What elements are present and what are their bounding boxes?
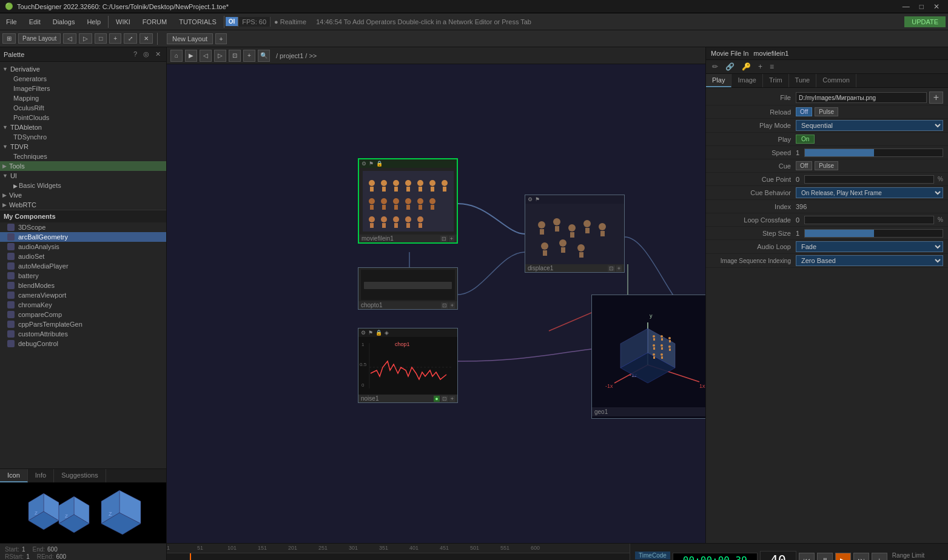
pane-layout-button[interactable]: Pane Layout	[18, 33, 61, 44]
palette-tab-suggestions[interactable]: Suggestions	[54, 469, 106, 482]
transport-plus[interactable]: +	[872, 553, 887, 561]
minimize-button[interactable]: —	[899, 2, 913, 11]
timeline-ruler[interactable]: 1 51 101 151 201 251 301 351 401 451 501…	[167, 544, 630, 560]
prop-cue-off-button[interactable]: Off	[796, 161, 812, 170]
net-btn-home[interactable]: ⌂	[170, 50, 183, 62]
palette-comp-arcballgeometry[interactable]: arcBallGeometry	[0, 232, 166, 242]
palette-search-button[interactable]: ◎	[141, 50, 151, 59]
transport-skip-fwd[interactable]: ⏭	[853, 553, 869, 561]
tree-child-pointclouds[interactable]: PointClouds	[10, 113, 166, 122]
palette-tab-info[interactable]: Info	[28, 469, 54, 482]
node-noise-active[interactable]: ●	[434, 396, 439, 402]
timecode-label[interactable]: TimeCode	[635, 552, 670, 559]
net-btn-fit[interactable]: ⊡	[229, 50, 241, 62]
update-button[interactable]: UPDATE	[904, 16, 946, 27]
palette-comp-blendmodes[interactable]: blendModes	[0, 281, 166, 290]
toolbar-icon-4[interactable]: □	[95, 33, 107, 44]
menu-file[interactable]: File	[0, 16, 23, 28]
timeline-playbar[interactable]	[167, 553, 630, 560]
tree-item-derivative[interactable]: ▼ Derivative	[0, 64, 166, 74]
node-displace-settings-icon[interactable]: ⚙	[528, 196, 533, 202]
new-layout-button[interactable]: New Layout	[167, 33, 213, 44]
close-button[interactable]: ✕	[930, 2, 943, 11]
prop-speed-slider[interactable]	[804, 148, 943, 157]
props-tab-common[interactable]: Common	[816, 74, 856, 87]
node-displace-flag-icon[interactable]: ⚑	[535, 196, 540, 202]
node-noise-expand[interactable]: ⊡	[441, 396, 448, 402]
palette-comp-cameraviewport[interactable]: cameraViewport	[0, 290, 166, 300]
node-settings-icon[interactable]: ⚙	[361, 161, 366, 167]
tree-child-imagefilters[interactable]: ImageFilters	[10, 84, 166, 93]
toolbar-icon-5[interactable]: +	[109, 33, 121, 44]
palette-tab-icon[interactable]: Icon	[0, 469, 28, 482]
breadcrumb[interactable]: / project1 / >>	[272, 52, 320, 59]
palette-close-button[interactable]: ✕	[153, 50, 163, 59]
prop-dropdown-audioloop[interactable]: Fade Loop Off	[796, 241, 943, 252]
network-editor[interactable]: ⌂ ▶ ◁ ▷ ⊡ + 🔍 / project1 / >>	[167, 47, 705, 543]
palette-comp-audioanalysis[interactable]: audioAnalysis	[0, 242, 166, 252]
props-tab-trim[interactable]: Trim	[763, 74, 789, 87]
node-expand-icon[interactable]: ⊡	[440, 236, 448, 242]
node-lock-icon[interactable]: 🔒	[376, 161, 383, 167]
menu-edit[interactable]: Edit	[23, 16, 47, 28]
tree-item-vive[interactable]: ▶ Vive	[0, 190, 166, 200]
palette-comp-3dscope[interactable]: 3DScope	[0, 222, 166, 232]
node-noise1[interactable]: ⚙ ⚑ 🔒 ◈ 1 0.5 0 chop1	[358, 328, 458, 403]
network-canvas[interactable]: ⚙ ⚑ 🔒	[167, 64, 705, 543]
toolbar-icon-1[interactable]: ⊞	[2, 33, 16, 44]
node-noise-extra-icon[interactable]: ◈	[385, 330, 389, 336]
titlebar-controls[interactable]: — □ ✕	[899, 2, 943, 11]
props-menu-icon[interactable]: ≡	[767, 62, 776, 72]
tree-child-generators[interactable]: Generators	[10, 74, 166, 84]
menu-dialogs[interactable]: Dialogs	[47, 16, 81, 28]
prop-cue-pulse-button[interactable]: Pulse	[815, 161, 838, 170]
prop-reload-pulse-button[interactable]: Pulse	[815, 107, 838, 116]
node-displace1[interactable]: ⚙ ⚑	[525, 195, 625, 273]
node-noise-add[interactable]: +	[449, 396, 455, 402]
node-noise-lock-icon[interactable]: 🔒	[375, 330, 382, 336]
prop-input-file[interactable]	[796, 92, 927, 103]
node-chop-add[interactable]: +	[449, 302, 455, 308]
net-btn-search[interactable]: 🔍	[258, 50, 270, 62]
toolbar-icon-6[interactable]: ⤢	[124, 33, 137, 44]
transport-play[interactable]: ▶	[835, 553, 851, 561]
node-moviefilein1[interactable]: ⚙ ⚑ 🔒	[358, 158, 458, 244]
node-add-icon[interactable]: +	[449, 236, 454, 242]
toolbar-icon-3[interactable]: ▷	[79, 33, 92, 44]
toolbar-icon-7[interactable]: ✕	[140, 33, 153, 44]
props-pencil-icon[interactable]: ✏	[710, 62, 721, 72]
menu-help[interactable]: Help	[81, 16, 107, 28]
prop-loopcrossfade-slider[interactable]	[804, 216, 934, 224]
prop-stepsize-slider[interactable]	[804, 229, 943, 238]
add-layout-button[interactable]: +	[215, 33, 226, 44]
tree-child-oculusrift[interactable]: OculusRift	[10, 103, 166, 113]
palette-comp-battery[interactable]: battery	[0, 271, 166, 281]
prop-play-on-button[interactable]: On	[796, 135, 815, 144]
transport-skip-back[interactable]: ⏮	[799, 553, 815, 561]
palette-comp-comparecomp[interactable]: compareComp	[0, 310, 166, 319]
node-geo1[interactable]: -1x 1x -1z y	[591, 295, 705, 419]
tree-child-basic-widgets[interactable]: ▶Basic Widgets	[10, 181, 166, 190]
menu-forum[interactable]: FORUM	[136, 16, 173, 28]
palette-comp-automediaplayer[interactable]: autoMediaPlayer	[0, 261, 166, 271]
props-expand-icon[interactable]: +	[756, 62, 765, 72]
tree-item-ui[interactable]: ▼ UI	[0, 171, 166, 181]
toolbar-icon-2[interactable]: ◁	[63, 33, 76, 44]
palette-comp-audioset[interactable]: audioSet	[0, 252, 166, 261]
prop-reload-off-button[interactable]: Off	[796, 107, 812, 116]
menu-tutorials[interactable]: TUTORIALS	[173, 16, 223, 28]
tree-item-tdableton[interactable]: ▼ TDAbleton	[0, 122, 166, 132]
node-chop-expand[interactable]: ⊡	[441, 302, 448, 308]
prop-file-add-button[interactable]: +	[929, 92, 943, 104]
palette-comp-customattributes[interactable]: customAttributes	[0, 329, 166, 339]
node-flag-icon[interactable]: ⚑	[369, 161, 374, 167]
props-link-icon[interactable]: 🔗	[723, 62, 737, 72]
tree-item-tdvr[interactable]: ▼ TDVR	[0, 142, 166, 152]
prop-dropdown-playmode[interactable]: Sequential Random Ping Pong	[796, 120, 943, 131]
palette-comp-chromakey[interactable]: chromaKey	[0, 300, 166, 310]
net-btn-forward[interactable]: ▷	[214, 50, 226, 62]
tree-child-tdsynchro[interactable]: TDSynchro	[10, 132, 166, 142]
node-noise-flag-icon[interactable]: ⚑	[368, 330, 373, 336]
net-btn-back[interactable]: ◁	[200, 50, 212, 62]
node-noise-settings-icon[interactable]: ⚙	[361, 330, 366, 336]
